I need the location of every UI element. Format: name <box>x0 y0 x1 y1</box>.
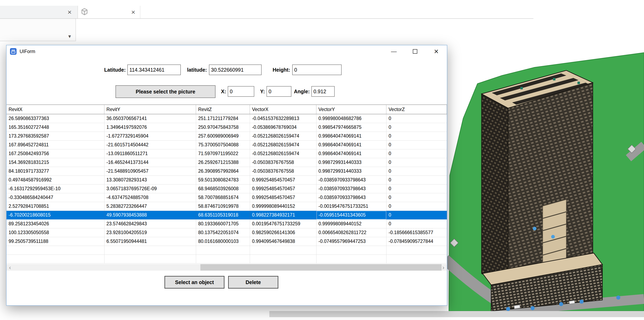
table-cell[interactable]: -16.4652441373144 <box>104 158 196 167</box>
table-cell[interactable]: 173.297683592587 <box>6 132 104 140</box>
table-row[interactable]: -6.16317292959453E-103.06571837695726E-0… <box>6 184 447 193</box>
table-cell[interactable]: 0 <box>386 202 447 210</box>
table-cell[interactable]: 49.5907938453888 <box>104 211 196 220</box>
table-cell[interactable]: -0.0521268026159474 <box>250 140 316 149</box>
table-cell[interactable]: 89.2581233454026 <box>6 220 104 228</box>
table-row[interactable]: 154.369281831215-16.465244137314426.2592… <box>6 158 447 167</box>
table-cell[interactable]: -0.00195476751733251 <box>316 202 387 210</box>
table-cell[interactable]: 68.9468503926008 <box>196 184 250 193</box>
table-cell[interactable]: 13.3080728293143 <box>104 176 196 184</box>
table-cell[interactable]: -0.330486584240447 <box>6 193 104 202</box>
table-cell[interactable]: -0.0595154431343605 <box>316 211 387 220</box>
table-cell[interactable]: 0 <box>386 150 447 158</box>
table-cell[interactable]: 0.999254854570457 <box>250 193 316 202</box>
table-row-empty[interactable] <box>6 255 447 264</box>
table-cell[interactable]: -0.0385970933798643 <box>316 184 387 193</box>
table-cell[interactable]: 0 <box>386 167 447 176</box>
column-header-revitz[interactable]: RevitZ <box>196 105 250 114</box>
table-cell[interactable]: 36.0503706567141 <box>104 114 196 123</box>
table-row[interactable]: 26.589086337736336.0503706567141251.1712… <box>6 114 447 123</box>
scroll-right-icon[interactable]: › <box>440 264 447 270</box>
table-cell[interactable] <box>316 255 387 263</box>
table-cell[interactable]: 251.171211779284 <box>196 114 250 123</box>
table-cell[interactable] <box>316 246 387 254</box>
background-tab-1[interactable]: × <box>0 6 78 18</box>
table-cell[interactable]: 0 <box>386 114 447 123</box>
table-row[interactable]: 2.527928417088515.2838272326644758.87467… <box>6 202 447 211</box>
table-cell[interactable]: 2.52792841708851 <box>6 202 104 210</box>
table-cell[interactable]: 71.5970971195022 <box>196 150 250 158</box>
table-cell[interactable]: 75.3700507504088 <box>196 140 250 149</box>
table-cell[interactable]: 0.998729931440333 <box>316 167 387 176</box>
table-row-empty[interactable] <box>6 246 447 255</box>
table-cell[interactable]: 0 <box>386 211 447 220</box>
table-cell[interactable]: 58.7007868851674 <box>196 193 250 202</box>
table-row[interactable]: -6.7020021860801549.590793845388868.6351… <box>6 211 447 220</box>
table-cell[interactable]: -0.0385970933798643 <box>316 193 387 202</box>
table-row[interactable]: 167.250842493756-13.091186051127171.5970… <box>6 150 447 158</box>
table-cell[interactable]: -6.70200218608015 <box>6 211 104 220</box>
table-cell[interactable]: 167.250842493756 <box>6 150 104 158</box>
table-cell[interactable]: -0.05038376767558 <box>250 167 316 176</box>
table-cell[interactable]: 23.9281004205519 <box>104 228 196 237</box>
table-cell[interactable]: -4.63747524885708 <box>104 193 196 202</box>
height-input[interactable] <box>292 64 342 75</box>
table-cell[interactable] <box>250 255 316 263</box>
scrollbar-thumb[interactable] <box>200 264 442 270</box>
table-cell[interactable]: 0 <box>386 220 447 228</box>
select-picture-button[interactable]: Please select the picture <box>116 85 216 98</box>
table-cell[interactable]: 0.998640474069141 <box>316 140 387 149</box>
table-cell[interactable] <box>196 246 250 254</box>
table-cell[interactable]: 3.06571837695726E-09 <box>104 184 196 193</box>
table-row[interactable]: 165.3516027274481.34964197592076250.9704… <box>6 123 447 132</box>
table-cell[interactable] <box>386 246 447 254</box>
table-cell[interactable]: 80.1933660071705 <box>196 220 250 228</box>
table-cell[interactable]: 0.00665408262811722 <box>316 228 387 237</box>
table-cell[interactable]: 154.369281831215 <box>6 158 104 167</box>
table-cell[interactable]: 0.998640474069141 <box>316 150 387 158</box>
delete-button[interactable]: Delete <box>228 276 278 288</box>
latitude2-input[interactable] <box>209 64 262 75</box>
table-cell[interactable]: 0 <box>386 123 447 132</box>
table-cell[interactable]: 0 <box>386 140 447 149</box>
table-cell[interactable]: 0.497484587916992 <box>6 176 104 184</box>
table-cell[interactable] <box>6 255 104 263</box>
table-cell[interactable]: -21.6015714504442 <box>104 140 196 149</box>
table-cell[interactable]: 80.1375422051074 <box>196 228 250 237</box>
table-cell[interactable]: 80.0161680000103 <box>196 237 250 246</box>
table-cell[interactable]: 5.28382723266447 <box>104 202 196 210</box>
table-cell[interactable]: 0.998980048682786 <box>316 114 387 123</box>
table-cell[interactable]: -0.185666615385577 <box>386 228 447 237</box>
select-object-button[interactable]: Select an object <box>164 276 224 288</box>
column-header-vectorz[interactable]: VectorZ <box>386 105 447 114</box>
table-row[interactable]: 100.12330505055823.928100420551980.13754… <box>6 228 447 237</box>
table-cell[interactable] <box>6 246 104 254</box>
table-cell[interactable]: 0.998227384932171 <box>250 211 316 220</box>
table-cell[interactable] <box>250 246 316 254</box>
table-row[interactable]: -0.330486584240447-4.6374752488570858.70… <box>6 193 447 202</box>
title-bar[interactable]: UIForm — × <box>6 45 447 58</box>
table-cell[interactable]: -6.16317292959453E-10 <box>6 184 104 193</box>
table-cell[interactable]: 0.999254854570457 <box>250 184 316 193</box>
column-header-revitx[interactable]: RevitX <box>6 105 104 114</box>
column-header-vectorx[interactable]: VectorX <box>250 105 316 114</box>
table-cell[interactable]: 6.55071950944481 <box>104 237 196 246</box>
table-cell[interactable]: -0.053869678769034 <box>250 123 316 132</box>
table-row[interactable]: 173.297683592587-1.67277329145904257.600… <box>6 132 447 140</box>
table-cell[interactable]: 0.994095467649838 <box>250 237 316 246</box>
table-cell[interactable]: 99.2505739511188 <box>6 237 104 246</box>
table-cell[interactable]: 68.6351105319018 <box>196 211 250 220</box>
table-cell[interactable]: 1.34964197592076 <box>104 123 196 132</box>
minimize-button[interactable]: — <box>383 45 404 58</box>
table-cell[interactable]: -0.0521268026159474 <box>250 132 316 140</box>
table-cell[interactable]: 26.2592671215388 <box>196 158 250 167</box>
table-cell[interactable]: 100.123305050558 <box>6 228 104 237</box>
scroll-left-icon[interactable]: ‹ <box>6 264 14 270</box>
table-cell[interactable]: 58.8746710919978 <box>196 202 250 210</box>
table-cell[interactable] <box>196 255 250 263</box>
table-cell[interactable] <box>386 255 447 263</box>
maximize-button[interactable] <box>404 45 426 58</box>
table-row[interactable]: 89.258123345402623.574662842984380.19336… <box>6 220 447 228</box>
table-cell[interactable]: -0.05038376767558 <box>250 158 316 167</box>
table-cell[interactable]: 0.998640474069141 <box>316 132 387 140</box>
